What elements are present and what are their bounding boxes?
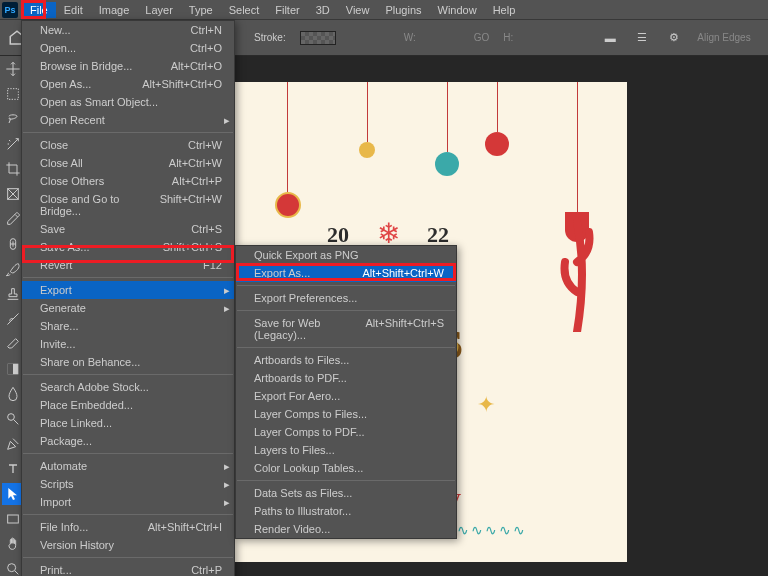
shape-icon[interactable]: ▬	[601, 29, 619, 47]
menu-plugins[interactable]: Plugins	[377, 2, 429, 18]
ornament-string	[497, 82, 498, 132]
export-menu-item[interactable]: Export Preferences...	[236, 289, 456, 307]
gear-icon[interactable]: ⚙	[665, 29, 683, 47]
ornament-string	[577, 82, 578, 212]
export-menu-item[interactable]: Color Lookup Tables...	[236, 459, 456, 477]
file-menu-item[interactable]: RevertF12	[22, 256, 234, 274]
file-menu-item[interactable]: Save As...Shift+Ctrl+S	[22, 238, 234, 256]
ornament-string	[287, 82, 288, 192]
menu-3d[interactable]: 3D	[308, 2, 338, 18]
file-menu-item[interactable]: Place Embedded...	[22, 396, 234, 414]
file-menu-item[interactable]: Import▸	[22, 493, 234, 511]
file-menu-item[interactable]: Close AllAlt+Ctrl+W	[22, 154, 234, 172]
star-icon: ✦	[477, 392, 495, 418]
ornament	[485, 132, 509, 156]
file-menu-item[interactable]: Version History	[22, 536, 234, 554]
file-menu-item[interactable]: CloseCtrl+W	[22, 136, 234, 154]
export-menu-item[interactable]: Layer Comps to Files...	[236, 405, 456, 423]
file-menu-item[interactable]: Close OthersAlt+Ctrl+P	[22, 172, 234, 190]
file-menu-item[interactable]: New...Ctrl+N	[22, 21, 234, 39]
file-menu-item[interactable]: SaveCtrl+S	[22, 220, 234, 238]
file-menu-item[interactable]: Invite...	[22, 335, 234, 353]
file-menu-item[interactable]: Automate▸	[22, 457, 234, 475]
export-menu-item[interactable]: Data Sets as Files...	[236, 484, 456, 502]
file-menu-item[interactable]: Generate▸	[22, 299, 234, 317]
menu-image[interactable]: Image	[91, 2, 138, 18]
svg-point-5	[8, 414, 15, 421]
export-menu-item[interactable]: Layer Comps to PDF...	[236, 423, 456, 441]
export-menu-item[interactable]: Artboards to PDF...	[236, 369, 456, 387]
export-menu-item[interactable]: Export For Aero...	[236, 387, 456, 405]
stroke-label: Stroke:	[254, 32, 286, 43]
app-logo: Ps	[2, 2, 18, 18]
menu-edit[interactable]: Edit	[56, 2, 91, 18]
menu-filter[interactable]: Filter	[267, 2, 307, 18]
file-menu-item[interactable]: Share on Behance...	[22, 353, 234, 371]
svg-point-7	[8, 564, 16, 572]
export-menu-item[interactable]: Artboards to Files...	[236, 351, 456, 369]
file-menu-item[interactable]: Export▸	[22, 281, 234, 299]
file-menu-item[interactable]: Search Adobe Stock...	[22, 378, 234, 396]
ornament	[435, 152, 459, 176]
menu-file[interactable]: File	[22, 2, 56, 18]
file-menu-item[interactable]: Print...Ctrl+P	[22, 561, 234, 576]
menu-type[interactable]: Type	[181, 2, 221, 18]
align-edges-label: Align Edges	[697, 32, 750, 43]
stroke-swatch[interactable]	[300, 31, 336, 45]
file-menu-item[interactable]: Scripts▸	[22, 475, 234, 493]
file-menu-dropdown: New...Ctrl+NOpen...Ctrl+OBrowse in Bridg…	[21, 20, 235, 576]
export-menu-item[interactable]: Export As...Alt+Shift+Ctrl+W	[236, 264, 456, 282]
file-menu-item[interactable]: Place Linked...	[22, 414, 234, 432]
file-menu-item[interactable]: Open as Smart Object...	[22, 93, 234, 111]
file-menu-item[interactable]: Package...	[22, 432, 234, 450]
menu-layer[interactable]: Layer	[137, 2, 181, 18]
export-menu-item[interactable]: Quick Export as PNG	[236, 246, 456, 264]
file-menu-item[interactable]: Open As...Alt+Shift+Ctrl+O	[22, 75, 234, 93]
go-label: GO	[474, 32, 490, 43]
file-menu-item[interactable]: Browse in Bridge...Alt+Ctrl+O	[22, 57, 234, 75]
ornament	[359, 142, 375, 158]
file-menu-item[interactable]: Open...Ctrl+O	[22, 39, 234, 57]
menu-view[interactable]: View	[338, 2, 378, 18]
width-label: W:	[404, 32, 416, 43]
export-menu-item[interactable]: Layers to Files...	[236, 441, 456, 459]
file-menu-item[interactable]: Close and Go to Bridge...Shift+Ctrl+W	[22, 190, 234, 220]
align-icon[interactable]: ☰	[633, 29, 651, 47]
svg-rect-6	[8, 515, 19, 523]
svg-rect-4	[8, 364, 13, 375]
menu-help[interactable]: Help	[485, 2, 524, 18]
export-menu-item[interactable]: Save for Web (Legacy)...Alt+Shift+Ctrl+S	[236, 314, 456, 344]
file-menu-item[interactable]: Share...	[22, 317, 234, 335]
export-menu-item[interactable]: Render Video...	[236, 520, 456, 538]
ornament	[275, 192, 301, 218]
antler-right-icon	[557, 212, 597, 332]
height-label: H:	[503, 32, 513, 43]
export-submenu: Quick Export as PNGExport As...Alt+Shift…	[235, 245, 457, 539]
file-menu-item[interactable]: File Info...Alt+Shift+Ctrl+I	[22, 518, 234, 536]
svg-rect-0	[8, 89, 19, 100]
ornament-string	[367, 82, 368, 142]
menu-window[interactable]: Window	[430, 2, 485, 18]
menubar: Ps File Edit Image Layer Type Select Fil…	[0, 0, 768, 20]
ornament-string	[447, 82, 448, 152]
file-menu-item[interactable]: Open Recent▸	[22, 111, 234, 129]
menu-select[interactable]: Select	[221, 2, 268, 18]
export-menu-item[interactable]: Paths to Illustrator...	[236, 502, 456, 520]
